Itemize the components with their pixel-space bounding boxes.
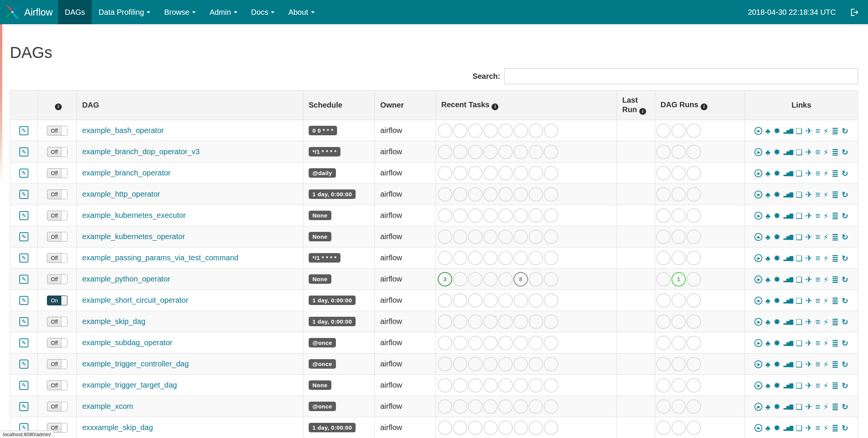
dag-link[interactable]: example_trigger_controller_dag: [82, 360, 189, 368]
task-tries-link[interactable]: ❏: [796, 297, 802, 305]
gantt-link[interactable]: ≡: [815, 339, 820, 347]
logs-link[interactable]: ≣: [832, 297, 838, 305]
logs-link[interactable]: ≣: [832, 212, 838, 220]
task-duration-link[interactable]: ▂▅▇: [784, 192, 793, 197]
trigger-dag-link[interactable]: ▶: [754, 297, 762, 305]
refresh-link[interactable]: ↻: [841, 424, 848, 432]
tree-view-link[interactable]: ♣: [765, 382, 770, 390]
landing-times-link[interactable]: ✈: [806, 403, 812, 411]
graph-view-link[interactable]: ✹: [773, 254, 780, 263]
trigger-dag-link[interactable]: ▶: [754, 169, 762, 177]
edit-dag-icon[interactable]: ✎: [19, 211, 28, 220]
code-view-link[interactable]: ⚡: [823, 361, 829, 368]
task-duration-link[interactable]: ▂▅▇: [784, 213, 793, 218]
tree-view-link[interactable]: ♣: [765, 170, 770, 177]
dag-link[interactable]: example_kubernetes_operator: [82, 232, 185, 241]
dag-pause-toggle[interactable]: Off: [47, 274, 67, 284]
logs-link[interactable]: ≣: [832, 233, 838, 241]
task-duration-link[interactable]: ▂▅▇: [784, 425, 793, 430]
gantt-link[interactable]: ≡: [815, 424, 820, 432]
gantt-link[interactable]: ≡: [815, 403, 820, 411]
dag-pause-toggle[interactable]: Off: [47, 147, 67, 157]
task-tries-link[interactable]: ❏: [796, 149, 802, 156]
landing-times-link[interactable]: ✈: [806, 339, 812, 347]
landing-times-link[interactable]: ✈: [806, 169, 812, 178]
logs-link[interactable]: ≣: [832, 382, 838, 390]
code-view-link[interactable]: ⚡: [823, 127, 829, 135]
refresh-link[interactable]: ↻: [841, 382, 848, 390]
logout-icon[interactable]: [849, 8, 859, 17]
dag-pause-toggle[interactable]: On: [47, 296, 67, 305]
task-duration-link[interactable]: ▂▅▇: [784, 277, 793, 282]
code-view-link[interactable]: ⚡: [823, 170, 829, 177]
landing-times-link[interactable]: ✈: [806, 212, 812, 220]
landing-times-link[interactable]: ✈: [806, 297, 812, 305]
graph-view-link[interactable]: ✹: [773, 275, 780, 284]
code-view-link[interactable]: ⚡: [823, 233, 829, 241]
trigger-dag-link[interactable]: ▶: [754, 254, 762, 262]
gantt-link[interactable]: ≡: [815, 275, 820, 284]
trigger-dag-link[interactable]: ▶: [754, 403, 762, 411]
graph-view-link[interactable]: ✹: [773, 233, 780, 241]
tree-view-link[interactable]: ♣: [765, 424, 770, 432]
task-tries-link[interactable]: ❏: [796, 382, 802, 390]
edit-dag-icon[interactable]: ✎: [19, 275, 28, 284]
task-tries-link[interactable]: ❏: [796, 424, 802, 432]
search-input[interactable]: [504, 68, 858, 84]
gantt-link[interactable]: ≡: [815, 254, 820, 263]
graph-view-link[interactable]: ✹: [773, 191, 780, 199]
dag-pause-toggle[interactable]: Off: [47, 317, 67, 327]
logs-link[interactable]: ≣: [832, 254, 838, 263]
trigger-dag-link[interactable]: ▶: [754, 275, 762, 283]
landing-times-link[interactable]: ✈: [806, 275, 812, 284]
dag-pause-toggle[interactable]: Off: [47, 189, 67, 199]
logs-link[interactable]: ≣: [832, 403, 838, 411]
gantt-link[interactable]: ≡: [815, 297, 820, 305]
dag-link[interactable]: example_short_circuit_operator: [82, 296, 188, 304]
trigger-dag-link[interactable]: ▶: [754, 424, 762, 432]
edit-dag-icon[interactable]: ✎: [19, 190, 28, 199]
dag-link[interactable]: example_branch_dop_operator_v3: [82, 147, 200, 156]
trigger-dag-link[interactable]: ▶: [754, 339, 762, 347]
recent-task-count-circle[interactable]: 3: [438, 272, 452, 286]
refresh-link[interactable]: ↻: [841, 403, 848, 411]
gantt-link[interactable]: ≡: [815, 382, 820, 390]
graph-view-link[interactable]: ✹: [773, 127, 780, 135]
dag-link[interactable]: example_trigger_target_dag: [82, 381, 177, 389]
task-duration-link[interactable]: ▂▅▇: [784, 383, 793, 388]
dag-link[interactable]: example_python_operator: [82, 275, 170, 283]
trigger-dag-link[interactable]: ▶: [754, 318, 762, 326]
tree-view-link[interactable]: ♣: [765, 233, 770, 241]
recent-task-count-circle[interactable]: 8: [514, 272, 528, 286]
nav-item-dags[interactable]: DAGs: [58, 0, 92, 24]
tree-view-link[interactable]: ♣: [765, 255, 770, 262]
tree-view-link[interactable]: ♣: [765, 318, 770, 326]
task-tries-link[interactable]: ❏: [796, 318, 802, 326]
task-duration-link[interactable]: ▂▅▇: [784, 362, 793, 367]
dag-link[interactable]: example_xcom: [82, 402, 133, 410]
edit-dag-icon[interactable]: ✎: [19, 360, 28, 369]
task-tries-link[interactable]: ❏: [796, 170, 802, 177]
code-view-link[interactable]: ⚡: [823, 276, 829, 283]
task-tries-link[interactable]: ❏: [796, 233, 802, 241]
refresh-link[interactable]: ↻: [841, 127, 848, 135]
code-view-link[interactable]: ⚡: [823, 212, 829, 220]
code-view-link[interactable]: ⚡: [823, 297, 829, 305]
edit-dag-icon[interactable]: ✎: [19, 402, 28, 411]
refresh-link[interactable]: ↻: [841, 191, 848, 199]
code-view-link[interactable]: ⚡: [823, 382, 829, 390]
dag-pause-toggle[interactable]: Off: [47, 211, 67, 221]
tree-view-link[interactable]: ♣: [765, 127, 770, 135]
dag-pause-toggle[interactable]: Off: [47, 402, 67, 411]
trigger-dag-link[interactable]: ▶: [754, 127, 762, 135]
code-view-link[interactable]: ⚡: [823, 255, 829, 262]
task-duration-link[interactable]: ▂▅▇: [784, 341, 793, 346]
logs-link[interactable]: ≣: [832, 169, 838, 178]
nav-item-about[interactable]: About: [281, 0, 321, 24]
tree-view-link[interactable]: ♣: [765, 403, 770, 411]
landing-times-link[interactable]: ✈: [806, 191, 812, 199]
dag-link[interactable]: example_branch_operator: [82, 169, 171, 177]
task-tries-link[interactable]: ❏: [796, 276, 802, 283]
task-duration-link[interactable]: ▂▅▇: [784, 319, 793, 324]
edit-dag-icon[interactable]: ✎: [19, 232, 28, 241]
